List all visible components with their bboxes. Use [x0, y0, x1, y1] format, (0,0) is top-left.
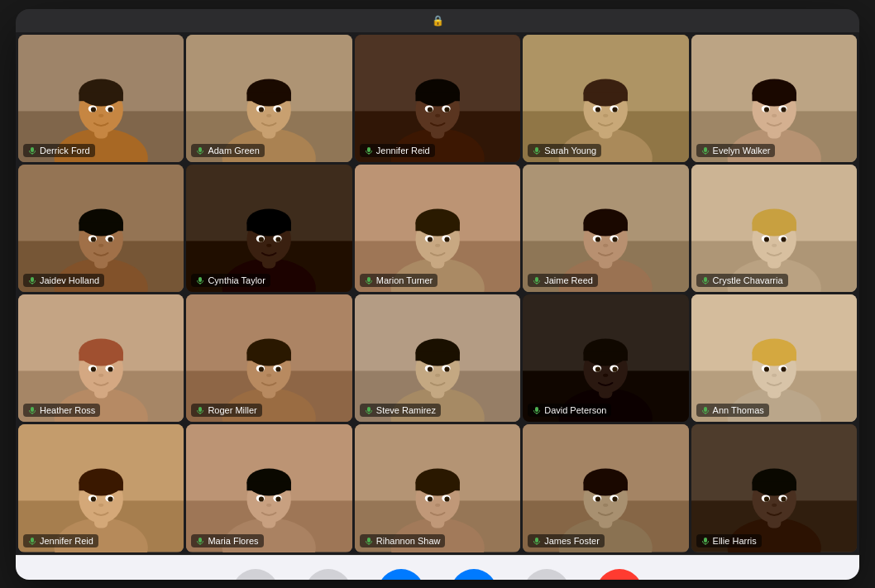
- participant-name: Ann Thomas: [713, 405, 764, 415]
- participant-name: Marion Turner: [376, 275, 433, 285]
- svg-rect-178: [198, 407, 202, 412]
- svg-rect-217: [752, 352, 796, 361]
- svg-point-71: [781, 107, 786, 112]
- svg-point-27: [267, 113, 272, 117]
- svg-point-116: [444, 237, 449, 241]
- svg-point-295: [763, 497, 768, 502]
- svg-point-102: [267, 243, 272, 246]
- svg-rect-283: [535, 538, 538, 543]
- svg-point-146: [781, 237, 786, 241]
- svg-point-246: [247, 469, 291, 496]
- participant-label: Marion Turner: [360, 274, 438, 287]
- participant-label: Maria Flores: [191, 534, 263, 547]
- video-tile: Marion Turner: [355, 165, 520, 292]
- mic-status-icon: [701, 146, 710, 155]
- participant-name: Cynthia Taylor: [208, 275, 265, 285]
- mic-status-icon: [533, 406, 541, 414]
- svg-point-141: [752, 208, 796, 236]
- video-tile: Sarah Young: [523, 35, 688, 162]
- svg-point-266: [444, 497, 449, 502]
- video-tile: Jaime Reed: [523, 165, 688, 292]
- svg-point-101: [276, 237, 281, 241]
- participant-name: Derrick Ford: [40, 146, 90, 155]
- mic-button[interactable]: Mic: [378, 569, 424, 580]
- participant-name: James Foster: [544, 536, 600, 546]
- participant-label: Derrick Ford: [23, 144, 95, 157]
- mic-status-icon: [196, 537, 204, 545]
- participant-label: Steve Ramirez: [360, 404, 441, 417]
- svg-point-282: [603, 504, 608, 507]
- svg-point-70: [763, 107, 768, 112]
- svg-point-100: [259, 237, 264, 241]
- hand-icon-circle: [305, 569, 351, 580]
- svg-point-147: [772, 243, 777, 246]
- svg-rect-163: [31, 407, 34, 412]
- svg-point-220: [763, 367, 768, 372]
- record-button[interactable]: Record: [232, 569, 279, 580]
- participant-label: Jaidev Holland: [23, 274, 104, 287]
- video-tile: Maria Flores: [186, 424, 351, 552]
- svg-rect-292: [752, 482, 796, 490]
- participant-name: Maria Flores: [208, 536, 258, 546]
- svg-point-81: [79, 208, 122, 236]
- video-tile: Jaidev Holland: [18, 165, 184, 292]
- video-tile: Adam Green: [186, 35, 351, 162]
- participant-name: Jaime Reed: [544, 275, 593, 285]
- svg-rect-37: [415, 92, 459, 100]
- svg-point-132: [603, 243, 608, 246]
- camera-button[interactable]: Camera: [451, 569, 497, 580]
- participant-label: Jennifer Reid: [360, 144, 435, 157]
- svg-rect-52: [584, 92, 628, 100]
- participant-name: Ellie Harris: [713, 536, 757, 546]
- video-tile: Evelyn Walker: [691, 35, 857, 162]
- video-tile: James Foster: [523, 424, 688, 552]
- svg-rect-238: [31, 538, 34, 543]
- svg-point-42: [435, 113, 440, 117]
- participant-name: Evelyn Walker: [713, 146, 771, 155]
- mic-status-icon: [533, 276, 541, 284]
- svg-point-85: [91, 237, 96, 241]
- mic-status-icon: [365, 537, 373, 545]
- mic-status-icon: [533, 146, 541, 155]
- svg-point-145: [763, 237, 768, 241]
- svg-point-162: [98, 374, 103, 377]
- svg-point-261: [415, 469, 459, 496]
- mic-status-icon: [196, 146, 204, 155]
- svg-rect-67: [752, 92, 796, 100]
- mic-status-icon: [701, 406, 710, 414]
- svg-point-57: [603, 113, 608, 117]
- hand-button[interactable]: Hand: [305, 569, 351, 580]
- svg-rect-247: [247, 482, 291, 490]
- svg-point-160: [91, 367, 96, 372]
- svg-point-297: [772, 504, 777, 507]
- svg-point-205: [595, 367, 600, 372]
- svg-point-176: [276, 367, 281, 372]
- lock-icon: 🔒: [432, 15, 444, 26]
- participant-name: Jennifer Reid: [376, 146, 430, 155]
- video-tile: Rihannon Shaw: [355, 424, 520, 552]
- svg-point-192: [435, 374, 440, 377]
- video-tile: Derrick Ford: [18, 35, 184, 162]
- video-tile: Jennifer Reid: [355, 35, 520, 162]
- svg-point-235: [91, 497, 96, 502]
- svg-point-41: [444, 107, 449, 112]
- mic-status-icon: [28, 276, 36, 284]
- participant-label: Crystle Chavarria: [696, 274, 788, 287]
- participant-name: Jaidev Holland: [40, 275, 99, 285]
- svg-point-252: [267, 504, 272, 507]
- svg-rect-193: [367, 407, 371, 412]
- leave-button[interactable]: Leave: [596, 569, 643, 580]
- share-button[interactable]: Share: [524, 569, 570, 580]
- svg-point-177: [267, 374, 272, 377]
- svg-point-175: [259, 367, 264, 372]
- svg-rect-187: [415, 352, 459, 361]
- mic-status-icon: [196, 406, 204, 414]
- svg-rect-58: [535, 147, 538, 152]
- record-icon-circle: [232, 569, 279, 580]
- svg-rect-268: [367, 538, 371, 543]
- svg-rect-133: [535, 277, 538, 282]
- svg-point-10: [91, 107, 96, 112]
- mic-status-icon: [701, 276, 710, 284]
- svg-point-251: [276, 497, 281, 502]
- mic-status-icon: [365, 276, 373, 284]
